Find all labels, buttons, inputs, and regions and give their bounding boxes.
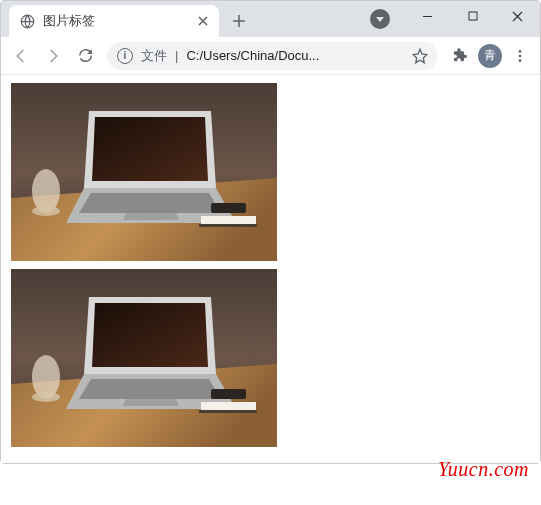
tab-close-icon[interactable] bbox=[195, 13, 211, 29]
globe-icon bbox=[19, 13, 35, 29]
protocol-label: 文件 bbox=[141, 47, 167, 65]
browser-tab[interactable]: 图片标签 bbox=[9, 5, 219, 37]
toolbar: i 文件 | C:/Users/China/Docu... 青 bbox=[1, 37, 540, 75]
svg-marker-23 bbox=[123, 399, 179, 406]
watermark: Yuucn.com bbox=[438, 458, 529, 481]
content-image-2 bbox=[11, 269, 277, 447]
svg-point-4 bbox=[519, 59, 522, 62]
address-bar[interactable]: i 文件 | C:/Users/China/Docu... bbox=[107, 42, 438, 70]
svg-point-2 bbox=[519, 50, 522, 53]
svg-marker-20 bbox=[92, 303, 208, 367]
menu-icon[interactable] bbox=[506, 42, 534, 70]
svg-point-25 bbox=[32, 392, 60, 402]
svg-marker-10 bbox=[79, 193, 221, 213]
window-controls bbox=[405, 1, 540, 31]
media-control-icon[interactable] bbox=[370, 9, 390, 29]
svg-rect-1 bbox=[469, 12, 477, 20]
svg-rect-16 bbox=[199, 224, 257, 227]
browser-window: 图片标签 i 文件 | C:/Users/China/Docu... 青 bbox=[0, 0, 541, 464]
minimize-button[interactable] bbox=[405, 1, 450, 31]
page-content bbox=[1, 75, 540, 463]
svg-point-3 bbox=[519, 54, 522, 57]
info-icon[interactable]: i bbox=[117, 48, 133, 64]
svg-marker-22 bbox=[79, 379, 221, 399]
tab-title: 图片标签 bbox=[43, 13, 195, 30]
close-button[interactable] bbox=[495, 1, 540, 31]
extensions-icon[interactable] bbox=[446, 42, 474, 70]
content-image-1 bbox=[11, 83, 277, 261]
reload-button[interactable] bbox=[71, 42, 99, 70]
svg-point-13 bbox=[32, 206, 60, 216]
svg-rect-28 bbox=[199, 410, 257, 413]
bookmark-star-icon[interactable] bbox=[412, 48, 428, 64]
forward-button[interactable] bbox=[39, 42, 67, 70]
svg-marker-11 bbox=[123, 213, 179, 220]
svg-rect-27 bbox=[201, 402, 256, 410]
profile-avatar[interactable]: 青 bbox=[478, 44, 502, 68]
back-button[interactable] bbox=[7, 42, 35, 70]
avatar-label: 青 bbox=[484, 47, 496, 64]
svg-marker-8 bbox=[92, 117, 208, 181]
svg-rect-26 bbox=[211, 389, 246, 399]
separator: | bbox=[175, 48, 178, 63]
url-text: C:/Users/China/Docu... bbox=[186, 48, 404, 63]
new-tab-button[interactable] bbox=[225, 7, 253, 35]
maximize-button[interactable] bbox=[450, 1, 495, 31]
titlebar: 图片标签 bbox=[1, 1, 540, 37]
svg-rect-15 bbox=[201, 216, 256, 224]
svg-rect-14 bbox=[211, 203, 246, 213]
